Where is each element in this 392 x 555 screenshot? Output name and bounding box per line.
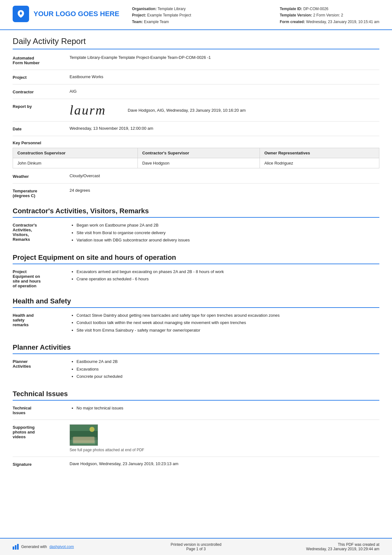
contractor-field-label: Contractor [13, 89, 70, 94]
personnel-cell-1: John Dinkum [13, 158, 138, 168]
list-item: Excavators arrived and begun excavating … [77, 269, 379, 275]
dashpivot-icon [13, 544, 19, 550]
logo-svg [16, 9, 26, 19]
personnel-cell-2: Dave Hodgson [138, 158, 260, 168]
header-right: Template ID: DP-COM-0026 Template Versio… [280, 6, 379, 25]
personnel-col3-header: Owner Representatives [260, 148, 379, 158]
logo-area: YOUR LOGO GOES HERE [13, 6, 119, 22]
personnel-table: Construction Supervisor Contractor's Sup… [13, 148, 379, 168]
team-value: Example Team [144, 20, 169, 24]
temperature-label: Temperature(degrees C) [13, 188, 70, 198]
final-signature-label: Signature [13, 461, 70, 467]
report-by-text: Dave Hodgson, AIG, Wednesday, 23 January… [128, 108, 246, 113]
final-signature-row: Signature Dave Hodgson, Wednesday, 23 Ja… [13, 461, 379, 467]
technical-label: TechnicalIssues [13, 405, 70, 415]
logo-text: YOUR LOGO GOES HERE [34, 10, 119, 18]
list-item: Eastbourne 2A and 2B [77, 359, 379, 365]
weather-label: Weather [13, 173, 70, 179]
project-label: Project: [132, 13, 146, 17]
photos-label: Supportingphotos andvideos [13, 424, 70, 439]
template-id-label: Template ID: [280, 7, 302, 11]
signature-drawing: laurm [70, 103, 120, 117]
report-by-label: Report by [13, 103, 70, 109]
form-created-value: Wednesday, 23 January 2019, 10:15:41 am [306, 20, 379, 24]
weather-value: Cloudy/Overcast [70, 173, 379, 178]
personnel-section: Key Personnel Construction Supervisor Co… [13, 140, 379, 168]
contractor-field-value: AIG [70, 89, 379, 94]
health-safety-row: Health andsafetyremarks Contact Steve Da… [13, 312, 379, 335]
footer-center: Printed version is uncontrolled Page 1 o… [135, 542, 257, 551]
org-label: Organisation: [132, 7, 156, 11]
footer-right-text: This PDF was created atWednesday, 23 Jan… [306, 542, 379, 551]
photo-thumbnail [70, 424, 98, 446]
logo-icon [13, 6, 29, 22]
photos-content: See full page photos attached at end of … [70, 424, 144, 452]
template-id-value: DP-COM-0026 [303, 7, 328, 11]
health-safety-heading: Health and Safety [13, 297, 379, 308]
main-content: Daily Activity Report AutomatedForm Numb… [0, 30, 392, 495]
list-item: Began work on Eastbourne phase 2A and 2B [77, 222, 379, 228]
list-item: Site visit from Boral to organise concre… [77, 230, 379, 236]
temperature-value: 24 degrees [70, 188, 379, 193]
report-by-value: laurm Dave Hodgson, AIG, Wednesday, 23 J… [70, 103, 379, 117]
contractor-row: Contractor AIG [13, 89, 379, 94]
project-field-label: Project [13, 74, 70, 80]
list-item: Site visit from Emma Sainsbury - safety … [77, 327, 379, 334]
footer-link[interactable]: dashpivot.com [49, 545, 74, 549]
contractors-activities-row: Contractor'sActivities,Visitors,Remarks … [13, 222, 379, 245]
form-number-row: AutomatedForm Number Template Library-Ex… [13, 55, 379, 65]
date-row: Date Wednesday, 13 November 2019, 12:00:… [13, 126, 379, 131]
project-row: Project Eastbourne Works [13, 74, 379, 80]
equipment-row: ProjectEquipment onsite and hoursof oper… [13, 269, 379, 288]
template-version-label: Template Version: [280, 13, 312, 17]
footer: Generated with dashpivot.com Printed ver… [0, 538, 392, 555]
date-field-value: Wednesday, 13 November 2019, 12:00:00 am [70, 126, 379, 131]
final-signature-value: Dave Hodgson, Wednesday, 23 January 2019… [70, 461, 379, 466]
technical-row: TechnicalIssues No major technical issue… [13, 405, 379, 415]
svg-point-4 [89, 427, 95, 432]
svg-rect-2 [71, 437, 97, 443]
photo-svg [70, 425, 98, 446]
list-item: Conduct toolbox talk within the next wee… [77, 320, 379, 326]
personnel-data-row: John Dinkum Dave Hodgson Alice Rodriguez [13, 158, 379, 168]
svg-rect-1 [70, 431, 98, 440]
header-meta: Organisation: Template Library Project: … [132, 6, 280, 25]
header: YOUR LOGO GOES HERE Organisation: Templa… [0, 0, 392, 30]
list-item: Concrete pour scheduled [77, 373, 379, 380]
contractors-activities-heading: Contractor's Activities, Visitors, Remar… [13, 207, 379, 218]
report-by-row: Report by laurm Dave Hodgson, AIG, Wedne… [13, 103, 379, 117]
planner-list: Eastbourne 2A and 2B Excavations Concret… [70, 359, 379, 381]
form-number-value: Template Library-Example Template Projec… [70, 55, 379, 60]
personnel-header-row: Construction Supervisor Contractor's Sup… [13, 148, 379, 158]
project-value: Example Template Project [147, 13, 191, 17]
list-item: Contact Steve Daintry about getting new … [77, 312, 379, 319]
team-label: Team: [132, 20, 143, 24]
contractors-activities-label: Contractor'sActivities,Visitors,Remarks [13, 222, 70, 242]
equipment-list: Excavators arrived and begun excavating … [70, 269, 379, 284]
health-safety-label: Health andsafetyremarks [13, 312, 70, 327]
org-value: Template Library [158, 7, 186, 11]
list-item: Excavations [77, 366, 379, 372]
footer-generated-text: Generated with [21, 545, 47, 549]
planner-label: PlannerActivities [13, 359, 70, 369]
project-field-value: Eastbourne Works [70, 74, 379, 79]
technical-list: No major technical issues [70, 405, 379, 413]
photos-row: Supportingphotos andvideos See full page… [13, 424, 379, 452]
weather-row: Weather Cloudy/Overcast [13, 173, 379, 179]
personnel-label: Key Personnel [13, 140, 379, 145]
personnel-col1-header: Construction Supervisor [13, 148, 138, 158]
footer-left: Generated with dashpivot.com [13, 544, 135, 550]
photos-caption: See full page photos attached at end of … [70, 448, 144, 452]
footer-uncontrolled-text: Printed version is uncontrolled [135, 542, 257, 547]
personnel-cell-3: Alice Rodriguez [260, 158, 379, 168]
form-number-label: AutomatedForm Number [13, 55, 70, 65]
planner-row: PlannerActivities Eastbourne 2A and 2B E… [13, 359, 379, 381]
footer-page-text: Page 1 of 3 [135, 547, 257, 551]
svg-rect-3 [73, 440, 95, 444]
list-item: Variation issue with DBG subcontractor a… [77, 237, 379, 243]
footer-right: This PDF was created atWednesday, 23 Jan… [257, 542, 379, 551]
signature-area: laurm Dave Hodgson, AIG, Wednesday, 23 J… [70, 103, 379, 117]
personnel-col2-header: Contractor's Supervisor [138, 148, 260, 158]
page: YOUR LOGO GOES HERE Organisation: Templa… [0, 0, 392, 555]
report-title: Daily Activity Report [13, 36, 379, 49]
